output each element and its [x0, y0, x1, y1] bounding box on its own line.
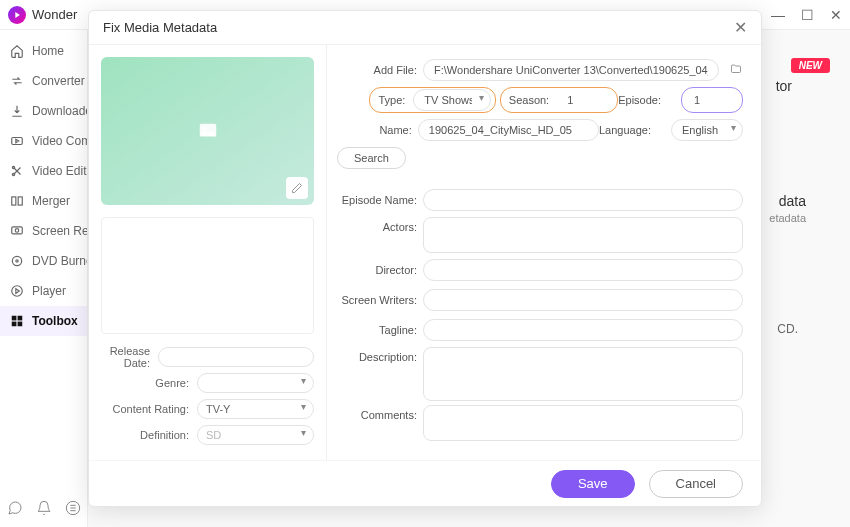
svg-rect-10: [12, 316, 16, 320]
tagline-label: Tagline:: [335, 324, 417, 336]
cancel-button[interactable]: Cancel: [649, 470, 743, 498]
blank-area: [101, 217, 314, 334]
name-input[interactable]: [418, 119, 599, 141]
bg-text: etadata: [769, 212, 806, 224]
svg-point-8: [16, 260, 18, 262]
season-group-highlight: Season:: [500, 87, 618, 113]
language-select[interactable]: English: [671, 119, 743, 141]
svg-rect-11: [18, 316, 22, 320]
sidebar-item-downloader[interactable]: Downloader: [0, 96, 87, 126]
sidebar-item-dvd-burner[interactable]: DVD Burner: [0, 246, 87, 276]
search-button[interactable]: Search: [337, 147, 406, 169]
svg-point-16: [202, 127, 205, 130]
app-title: Wonder: [32, 7, 77, 22]
fix-metadata-dialog: Fix Media Metadata ✕ Release Date: Genre…: [88, 10, 762, 507]
release-date-label: Release Date:: [101, 345, 150, 369]
screen-writers-label: Screen Writers:: [335, 294, 417, 306]
metadata-form: Add File: Type: TV Shows Season: Episode…: [327, 45, 761, 460]
edit-thumbnail-button[interactable]: [286, 177, 308, 199]
episode-input[interactable]: [684, 89, 740, 111]
sidebar-item-home[interactable]: Home: [0, 36, 87, 66]
sidebar-label: Video Compressor: [32, 134, 87, 148]
bg-text: tor: [776, 78, 792, 94]
type-label: Type:: [378, 94, 405, 106]
episode-label: Episode:: [618, 94, 661, 106]
type-select[interactable]: TV Shows: [413, 89, 491, 111]
app-logo-icon: [8, 6, 26, 24]
bg-text: CD.: [777, 322, 798, 336]
genre-label: Genre:: [101, 377, 189, 389]
dialog-title: Fix Media Metadata: [103, 20, 217, 35]
content-rating-label: Content Rating:: [101, 403, 189, 415]
svg-point-6: [15, 229, 19, 233]
screen-writers-input[interactable]: [423, 289, 743, 311]
genre-select[interactable]: [197, 373, 314, 393]
release-date-input[interactable]: [158, 347, 314, 367]
tagline-input[interactable]: [423, 319, 743, 341]
episode-name-label: Episode Name:: [335, 194, 417, 206]
sidebar-item-screen-recorder[interactable]: Screen Recorder: [0, 216, 87, 246]
window-maximize-button[interactable]: ☐: [801, 7, 814, 23]
definition-label: Definition:: [101, 429, 189, 441]
sidebar-label: Toolbox: [32, 314, 78, 328]
close-icon[interactable]: ✕: [734, 18, 747, 37]
sidebar-label: Converter: [32, 74, 85, 88]
season-label: Season:: [509, 94, 549, 106]
sidebar-label: DVD Burner: [32, 254, 87, 268]
description-input[interactable]: [423, 347, 743, 401]
save-button[interactable]: Save: [551, 470, 635, 498]
content-rating-select[interactable]: TV-Y: [197, 399, 314, 419]
settings-icon[interactable]: [65, 500, 81, 519]
add-file-input[interactable]: [423, 59, 719, 81]
director-input[interactable]: [423, 259, 743, 281]
feedback-icon[interactable]: [7, 500, 23, 519]
sidebar-item-merger[interactable]: Merger: [0, 186, 87, 216]
bg-text: data: [779, 193, 806, 209]
type-group-highlight: Type: TV Shows: [369, 87, 496, 113]
notification-icon[interactable]: [36, 500, 52, 519]
thumbnail: [101, 57, 314, 205]
sidebar-item-toolbox[interactable]: Toolbox: [0, 306, 87, 336]
svg-rect-0: [12, 138, 23, 145]
description-label: Description:: [335, 347, 417, 363]
sidebar-label: Downloader: [32, 104, 87, 118]
svg-rect-3: [12, 197, 16, 205]
sidebar-item-video-compressor[interactable]: Video Compressor: [0, 126, 87, 156]
sidebar-label: Home: [32, 44, 64, 58]
pencil-icon: [291, 182, 303, 194]
svg-rect-12: [12, 322, 16, 326]
episode-name-input[interactable]: [423, 189, 743, 211]
dialog-footer: Save Cancel: [89, 460, 761, 506]
folder-icon[interactable]: [729, 63, 743, 78]
svg-rect-4: [18, 197, 22, 205]
sidebar-label: Screen Recorder: [32, 224, 87, 238]
window-close-button[interactable]: ✕: [830, 7, 842, 23]
comments-label: Comments:: [335, 405, 417, 421]
director-label: Director:: [335, 264, 417, 276]
sidebar-item-player[interactable]: Player: [0, 276, 87, 306]
comments-input[interactable]: [423, 405, 743, 441]
sidebar-label: Merger: [32, 194, 70, 208]
new-badge: NEW: [791, 58, 830, 73]
definition-select[interactable]: SD: [197, 425, 314, 445]
image-icon: [195, 120, 221, 142]
episode-group-highlight: [681, 87, 743, 113]
add-file-label: Add File:: [335, 64, 417, 76]
actors-input[interactable]: [423, 217, 743, 253]
svg-rect-13: [18, 322, 22, 326]
svg-rect-5: [12, 227, 23, 234]
svg-point-9: [12, 286, 23, 297]
window-minimize-button[interactable]: —: [771, 7, 785, 23]
sidebar-label: Player: [32, 284, 66, 298]
season-input[interactable]: [557, 89, 613, 111]
actors-label: Actors:: [335, 217, 417, 233]
language-label: Language:: [599, 124, 651, 136]
dialog-header: Fix Media Metadata ✕: [89, 11, 761, 45]
sidebar: Home Converter Downloader Video Compress…: [0, 30, 88, 527]
sidebar-label: Video Editor: [32, 164, 87, 178]
sidebar-item-video-editor[interactable]: Video Editor: [0, 156, 87, 186]
sidebar-item-converter[interactable]: Converter: [0, 66, 87, 96]
svg-point-7: [12, 256, 21, 265]
thumbnail-panel: Release Date: Genre: Content Rating: TV-…: [89, 45, 327, 460]
name-label: Name:: [335, 124, 412, 136]
